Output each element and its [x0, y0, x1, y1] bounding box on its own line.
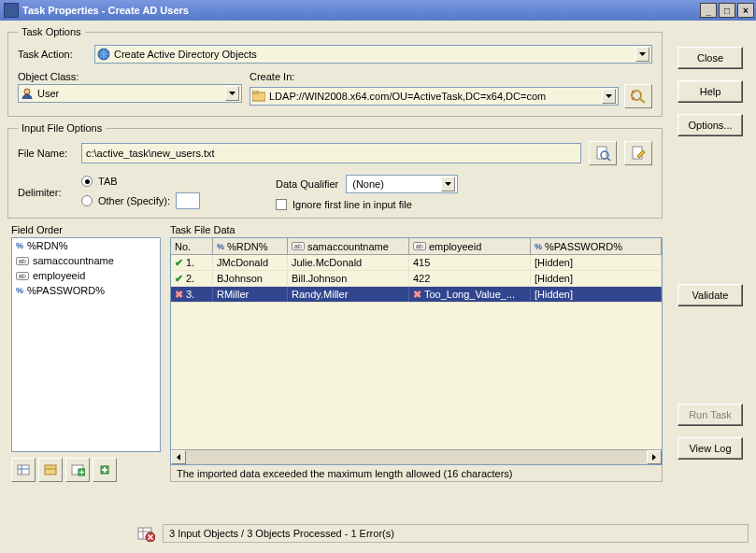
svg-marker-6	[606, 94, 612, 98]
help-button[interactable]: Help	[678, 80, 743, 103]
task-action-drop-button[interactable]	[635, 47, 649, 62]
object-class-combo[interactable]: User	[18, 84, 242, 103]
fo-tool-1[interactable]	[11, 458, 36, 482]
fo-tool-3[interactable]	[65, 458, 90, 482]
data-qualifier-combo[interactable]: (None)	[346, 175, 458, 193]
col-label: %PASSWORD%	[545, 241, 622, 252]
browse-container-button[interactable]	[624, 84, 652, 108]
attribute-icon: ab	[292, 242, 305, 250]
delimiter-tab-radio[interactable]	[81, 176, 93, 187]
object-class-label: Object Class:	[18, 71, 242, 82]
filename-input[interactable]: c:\active_task\new_users.txt	[81, 143, 581, 163]
options-button[interactable]: Options...	[678, 114, 743, 136]
window-minimize-button[interactable]: _	[700, 3, 717, 18]
error-icon: ✖	[413, 289, 421, 301]
task-action-combo[interactable]: Create Active Directory Objects	[94, 45, 652, 64]
delimiter-other-input[interactable]	[176, 192, 200, 209]
svg-marker-1	[639, 52, 646, 56]
table-row[interactable]: ✖ 3.RMillerRandy.Miller✖ Too_Long_Value_…	[171, 287, 662, 303]
svg-marker-26	[177, 454, 180, 461]
cell-sam: Bill.Johnson	[288, 271, 409, 286]
task-file-grid[interactable]: No. %%RDN% absamaccountname abemployeeid…	[170, 237, 663, 465]
filename-value: c:\active_task\new_users.txt	[86, 148, 215, 159]
window-close-button[interactable]: ×	[737, 3, 754, 18]
field-order-item-label: %PASSWORD%	[27, 285, 105, 296]
footer-error-icon	[136, 525, 155, 542]
col-label: %RDN%	[227, 241, 267, 252]
cell-no: ✔ 1.	[171, 255, 213, 270]
preview-file-button[interactable]	[589, 141, 617, 165]
field-order-item[interactable]: %%RDN%	[12, 238, 160, 253]
create-in-label: Create In:	[250, 71, 652, 82]
check-icon: ✔	[175, 273, 183, 285]
ignore-first-checkbox[interactable]	[276, 199, 287, 210]
col-rdn[interactable]: %%RDN%	[213, 238, 288, 254]
field-order-item-label: samaccountname	[33, 255, 114, 266]
create-in-drop-button[interactable]	[602, 89, 616, 104]
svg-marker-3	[229, 92, 235, 95]
svg-line-8	[640, 99, 645, 103]
app-icon	[4, 3, 19, 18]
window-maximize-button[interactable]: □	[719, 3, 735, 18]
footer-summary: 3 Input Objects / 3 Objects Processed - …	[169, 528, 394, 539]
edit-file-button[interactable]	[624, 141, 652, 165]
right-button-panel: Close Help Options...	[678, 47, 743, 148]
cell-emp: 422	[409, 271, 531, 286]
grid-h-scrollbar[interactable]	[171, 449, 662, 464]
col-label: samaccountname	[307, 241, 389, 252]
footer-summary-box: 3 Input Objects / 3 Objects Processed - …	[163, 524, 749, 543]
object-class-drop-button[interactable]	[225, 86, 239, 101]
cell-pw: [Hidden]	[531, 287, 662, 302]
col-label: employeeid	[429, 241, 481, 252]
input-file-options-group: Input File Options File Name: c:\active_…	[7, 122, 663, 219]
col-label: No.	[175, 241, 191, 252]
folder-icon	[252, 91, 265, 102]
close-button[interactable]: Close	[678, 47, 743, 69]
scroll-track[interactable]	[186, 450, 647, 464]
cell-no: ✔ 2.	[171, 271, 213, 286]
variable-icon: %	[535, 242, 542, 251]
task-options-group: Task Options Task Action: Create Active …	[7, 26, 663, 117]
grid-body: ✔ 1.JMcDonaldJulie.McDonald415[Hidden]✔ …	[171, 255, 662, 449]
field-order-item[interactable]: absamaccountname	[12, 253, 160, 268]
scroll-right-button[interactable]	[647, 450, 662, 464]
cell-rdn: JMcDonald	[213, 255, 288, 270]
grid-status-text: The imported data exceeded the maximum l…	[177, 468, 513, 479]
svg-marker-27	[652, 454, 656, 461]
field-order-item[interactable]: %%PASSWORD%	[12, 283, 160, 298]
ignore-first-label: Ignore first line in input file	[292, 199, 412, 210]
table-row[interactable]: ✔ 2.BJohnsonBill.Johnson422[Hidden]	[171, 271, 662, 287]
user-icon	[21, 87, 34, 100]
field-order-list[interactable]: %%RDN% absamaccountname abemployeeid %%P…	[11, 237, 161, 452]
col-pw[interactable]: %%PASSWORD%	[531, 238, 662, 254]
task-action-label: Task Action:	[18, 49, 87, 60]
cell-pw: [Hidden]	[531, 255, 662, 270]
filename-label: File Name:	[18, 148, 74, 159]
col-no[interactable]: No.	[171, 238, 213, 254]
svg-rect-17	[45, 465, 56, 475]
cell-rdn: BJohnson	[213, 271, 288, 286]
create-in-value: LDAP://WIN2008.x64.com/OU=ActiveTask,DC=…	[265, 91, 602, 102]
attribute-icon: ab	[413, 242, 426, 250]
create-in-combo[interactable]: LDAP://WIN2008.x64.com/OU=ActiveTask,DC=…	[250, 87, 619, 106]
input-file-legend: Input File Options	[18, 122, 106, 134]
grid-header: No. %%RDN% absamaccountname abemployeeid…	[171, 238, 662, 255]
data-qualifier-drop-button[interactable]	[441, 177, 455, 191]
delimiter-other-radio[interactable]	[81, 195, 93, 206]
footer: 3 Input Objects / 3 Objects Processed - …	[7, 523, 749, 544]
title-bar: Task Properties - Create AD Users _ □ ×	[0, 0, 756, 21]
data-qualifier-label: Data Qualifier	[276, 178, 338, 190]
view-log-button[interactable]: View Log	[678, 437, 743, 460]
svg-rect-14	[18, 465, 29, 475]
cell-sam: Julie.McDonald	[288, 255, 409, 270]
fo-tool-4[interactable]	[93, 458, 117, 482]
col-sam[interactable]: absamaccountname	[288, 238, 409, 254]
table-row[interactable]: ✔ 1.JMcDonaldJulie.McDonald415[Hidden]	[171, 255, 662, 271]
field-order-item[interactable]: abemployeeid	[12, 268, 160, 283]
svg-marker-13	[445, 182, 451, 186]
validate-button[interactable]: Validate	[678, 284, 743, 306]
run-task-button[interactable]: Run Task	[678, 404, 743, 426]
scroll-left-button[interactable]	[171, 450, 186, 464]
col-emp[interactable]: abemployeeid	[409, 238, 531, 254]
fo-tool-2[interactable]	[38, 458, 63, 482]
